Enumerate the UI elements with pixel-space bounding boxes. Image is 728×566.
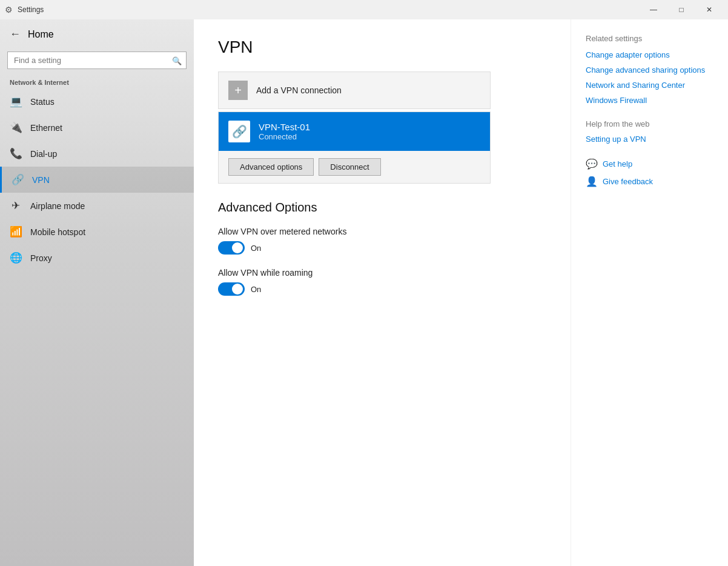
titlebar-title: Settings: [18, 5, 44, 14]
app-body: ← Home 🔍 Network & Internet 💻 Status 🔌 E…: [0, 19, 728, 566]
add-vpn-label: Add a VPN connection: [256, 85, 342, 95]
sidebar-item-label: Status: [30, 97, 55, 107]
toggle-roaming-state: On: [251, 285, 261, 294]
dialup-icon: 📞: [10, 147, 22, 160]
settings-icon: ⚙: [5, 5, 13, 15]
add-vpn-row[interactable]: + Add a VPN connection: [218, 72, 491, 109]
page-title: VPN: [218, 38, 546, 57]
ethernet-icon: 🔌: [10, 121, 22, 134]
link-firewall[interactable]: Windows Firewall: [586, 96, 713, 105]
sidebar-item-label: Proxy: [30, 253, 52, 263]
minimize-button[interactable]: —: [640, 0, 667, 19]
toggle-metered-label: Allow VPN over metered networks: [218, 227, 546, 236]
advanced-options-section: Advanced Options Allow VPN over metered …: [218, 201, 546, 296]
close-button[interactable]: ✕: [695, 0, 723, 19]
give-feedback-link: Give feedback: [603, 177, 653, 186]
hotspot-icon: 📶: [10, 225, 22, 238]
sidebar: ← Home 🔍 Network & Internet 💻 Status 🔌 E…: [0, 19, 194, 566]
vpn-connection-item: 🔗 VPN-Test-01 Connected Advanced options…: [218, 112, 491, 184]
link-change-sharing[interactable]: Change advanced sharing options: [586, 65, 713, 75]
main-content: VPN + Add a VPN connection 🔗 VPN-Test-01…: [194, 19, 571, 566]
sidebar-item-status[interactable]: 💻 Status: [0, 88, 194, 115]
vpn-connection-icon: 🔗: [232, 124, 247, 139]
get-help-row[interactable]: 💬 Get help: [586, 158, 713, 170]
toggle-metered-state: On: [251, 244, 261, 253]
sidebar-item-label: Airplane mode: [30, 201, 85, 211]
link-network-center[interactable]: Network and Sharing Center: [586, 81, 713, 90]
link-change-adapter[interactable]: Change adapter options: [586, 50, 713, 59]
search-icon: 🔍: [172, 56, 182, 65]
back-icon: ←: [10, 28, 21, 41]
vpn-item-header[interactable]: 🔗 VPN-Test-01 Connected: [219, 112, 490, 151]
nav-items: 💻 Status 🔌 Ethernet 📞 Dial-up 🔗 VPN ✈ Ai…: [0, 88, 194, 271]
vpn-connection-icon-wrap: 🔗: [228, 121, 250, 142]
toggle-roaming-label: Allow VPN while roaming: [218, 268, 546, 278]
related-settings-title: Related settings: [586, 34, 713, 43]
titlebar-controls: — □ ✕: [640, 0, 723, 19]
status-icon: 💻: [10, 95, 22, 108]
action-links: 💬 Get help 👤 Give feedback: [586, 158, 713, 187]
give-feedback-icon: 👤: [586, 176, 598, 187]
sidebar-item-label: Dial-up: [30, 149, 57, 159]
sidebar-item-proxy[interactable]: 🌐 Proxy: [0, 245, 194, 271]
get-help-icon: 💬: [586, 158, 598, 170]
vpn-name: VPN-Test-01: [259, 122, 310, 132]
sidebar-item-hotspot[interactable]: 📶 Mobile hotspot: [0, 219, 194, 245]
advanced-options-title: Advanced Options: [218, 201, 546, 215]
toggle-metered-wrap: On: [218, 241, 546, 255]
home-label: Home: [28, 29, 54, 40]
sidebar-category: Network & Internet: [0, 74, 194, 88]
toggle-roaming[interactable]: [218, 282, 245, 296]
add-vpn-plus-icon: +: [228, 81, 248, 100]
sidebar-search-container: 🔍: [7, 52, 187, 69]
proxy-icon: 🌐: [10, 251, 22, 264]
titlebar: ⚙ Settings — □ ✕: [0, 0, 728, 19]
vpn-status: Connected: [259, 132, 310, 141]
toggle-metered[interactable]: [218, 241, 245, 255]
vpn-item-actions: Advanced options Disconnect: [219, 151, 490, 183]
sidebar-item-dialup[interactable]: 📞 Dial-up: [0, 141, 194, 167]
vpn-icon: 🔗: [12, 173, 24, 186]
sidebar-item-vpn[interactable]: 🔗 VPN: [0, 167, 194, 193]
sidebar-item-ethernet[interactable]: 🔌 Ethernet: [0, 115, 194, 141]
sidebar-item-airplane[interactable]: ✈ Airplane mode: [0, 193, 194, 219]
disconnect-button[interactable]: Disconnect: [319, 158, 380, 176]
toggle-metered-row: Allow VPN over metered networks On: [218, 227, 546, 255]
airplane-icon: ✈: [10, 199, 22, 212]
advanced-options-button[interactable]: Advanced options: [228, 158, 314, 176]
search-input[interactable]: [7, 52, 187, 69]
sidebar-item-label: Ethernet: [30, 123, 62, 133]
right-panel: Related settings Change adapter options …: [571, 19, 728, 566]
sidebar-item-label: Mobile hotspot: [30, 227, 85, 237]
toggle-roaming-wrap: On: [218, 282, 546, 296]
get-help-link: Get help: [603, 159, 632, 168]
home-nav-item[interactable]: ← Home: [0, 19, 194, 49]
vpn-info: VPN-Test-01 Connected: [259, 122, 310, 141]
toggle-roaming-row: Allow VPN while roaming On: [218, 268, 546, 296]
help-from-web-title: Help from the web: [586, 119, 713, 128]
give-feedback-row[interactable]: 👤 Give feedback: [586, 176, 713, 187]
maximize-button[interactable]: □: [667, 0, 695, 19]
titlebar-left: ⚙ Settings: [5, 5, 44, 15]
sidebar-item-label: VPN: [32, 175, 50, 185]
link-setting-up-vpn[interactable]: Setting up a VPN: [586, 135, 713, 144]
